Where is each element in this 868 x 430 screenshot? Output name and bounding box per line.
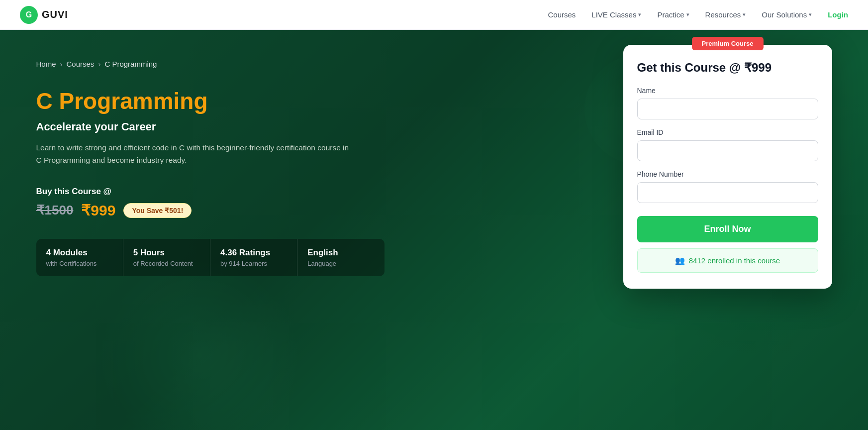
nav-item-login[interactable]: Login (828, 10, 848, 19)
navbar: G GUVI Courses LIVE Classes ▾ Practice ▾… (0, 0, 868, 30)
nav-item-live[interactable]: LIVE Classes ▾ (591, 10, 641, 19)
nav-item-practice[interactable]: Practice ▾ (657, 10, 689, 19)
phone-group: Phone Number (637, 170, 818, 203)
hero-content: Home › Courses › C Programming C Program… (36, 30, 832, 289)
email-input[interactable] (637, 140, 818, 161)
chevron-down-icon: ▾ (743, 11, 746, 18)
nav-item-resources[interactable]: Resources ▾ (705, 10, 746, 19)
enrollment-card-wrapper: Premium Course Get this Course @ ₹999 Na… (623, 45, 832, 289)
stat-ratings: 4.36 Ratings by 914 Learners (210, 239, 297, 276)
logo-icon: G (20, 6, 38, 24)
hero-section: Home › Courses › C Programming C Program… (0, 30, 868, 430)
chevron-down-icon: ▾ (686, 11, 689, 18)
email-label: Email ID (637, 128, 818, 136)
card-title: Get this Course @ ₹999 (637, 61, 818, 75)
breadcrumb-sep1: › (60, 60, 63, 68)
chevron-down-icon: ▾ (809, 11, 812, 18)
brand-name: GUVI (42, 9, 68, 20)
enrollment-card: Get this Course @ ₹999 Name Email ID Pho… (623, 45, 832, 289)
course-description: Learn to write strong and efficient code… (36, 141, 355, 167)
phone-input[interactable] (637, 182, 818, 203)
logo-link[interactable]: G GUVI (20, 6, 68, 24)
stat-hours-main: 5 Hours (133, 248, 200, 258)
stat-modules-sub: with Certifications (46, 260, 113, 267)
nav-resources-link[interactable]: Resources ▾ (705, 10, 746, 19)
stat-modules: 4 Modules with Certifications (36, 239, 123, 276)
course-subtitle: Accelerate your Career (36, 120, 385, 133)
breadcrumb: Home › Courses › C Programming (36, 60, 385, 68)
premium-badge: Premium Course (691, 37, 763, 50)
phone-label: Phone Number (637, 170, 818, 178)
nav-item-courses[interactable]: Courses (548, 10, 576, 19)
stat-language: English Language (297, 239, 384, 276)
breadcrumb-sep2: › (98, 60, 100, 68)
pricing-row: ₹1500 ₹999 You Save ₹501! (36, 202, 385, 219)
stats-bar: 4 Modules with Certifications 5 Hours of… (36, 239, 385, 276)
stat-modules-main: 4 Modules (46, 248, 113, 258)
nav-links: Courses LIVE Classes ▾ Practice ▾ Resour… (548, 10, 848, 19)
nav-practice-link[interactable]: Practice ▾ (657, 10, 689, 19)
name-group: Name (637, 87, 818, 119)
enrolled-text: 8412 enrolled in this course (689, 256, 780, 265)
stat-language-main: English (307, 248, 374, 258)
price-current: ₹999 (81, 202, 115, 219)
name-input[interactable] (637, 99, 818, 119)
people-icon: 👥 (675, 256, 685, 265)
breadcrumb-courses[interactable]: Courses (67, 60, 95, 68)
stat-hours-sub: of Recorded Content (133, 260, 200, 267)
breadcrumb-home[interactable]: Home (36, 60, 56, 68)
stat-hours: 5 Hours of Recorded Content (123, 239, 210, 276)
price-save-badge: You Save ₹501! (123, 203, 192, 218)
email-group: Email ID (637, 128, 818, 161)
stat-language-sub: Language (307, 260, 374, 267)
breadcrumb-current: C Programming (104, 60, 157, 68)
price-original: ₹1500 (36, 203, 74, 218)
nav-solutions-link[interactable]: Our Solutions ▾ (762, 10, 812, 19)
nav-courses-link[interactable]: Courses (548, 10, 576, 19)
name-label: Name (637, 87, 818, 95)
stat-ratings-sub: by 914 Learners (220, 260, 287, 267)
hero-left: Home › Courses › C Programming C Program… (36, 50, 385, 276)
pricing-label: Buy this Course @ (36, 187, 385, 197)
nav-item-solutions[interactable]: Our Solutions ▾ (762, 10, 812, 19)
nav-live-link[interactable]: LIVE Classes ▾ (591, 10, 641, 19)
chevron-down-icon: ▾ (638, 11, 641, 18)
stat-ratings-main: 4.36 Ratings (220, 248, 287, 258)
course-title: C Programming (36, 88, 385, 114)
enrolled-count: 👥 8412 enrolled in this course (637, 248, 818, 273)
enroll-now-button[interactable]: Enroll Now (637, 216, 818, 242)
login-link[interactable]: Login (828, 10, 848, 19)
